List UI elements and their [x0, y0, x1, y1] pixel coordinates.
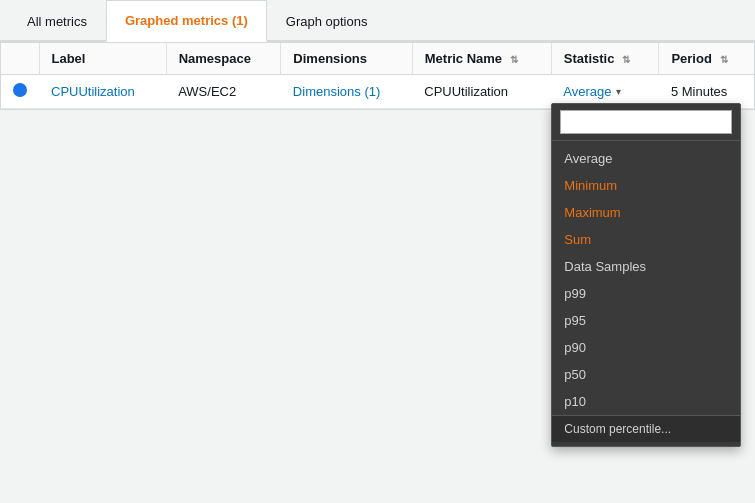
- dropdown-item[interactable]: p10: [552, 388, 740, 415]
- namespace-cell: AWS/EC2: [166, 75, 281, 109]
- dropdown-item[interactable]: p90: [552, 334, 740, 361]
- dropdown-item[interactable]: Data Samples: [552, 253, 740, 280]
- statistic-chevron-icon: ▾: [616, 86, 621, 97]
- dropdown-list: AverageMinimumMaximumSumData Samplesp99p…: [552, 141, 740, 446]
- dropdown-search-container: [552, 104, 740, 141]
- col-period[interactable]: Period ⇅: [659, 43, 754, 75]
- tabs-bar: All metrics Graphed metrics (1) Graph op…: [0, 0, 755, 42]
- dropdown-item[interactable]: Minimum: [552, 172, 740, 199]
- metric-name-cell: CPUUtilization: [412, 75, 551, 109]
- tab-graphed-metrics[interactable]: Graphed metrics (1): [106, 0, 267, 42]
- col-label: Label: [39, 43, 166, 75]
- dropdown-item[interactable]: Average: [552, 145, 740, 172]
- table-row: CPUUtilization AWS/EC2 Dimensions (1) CP…: [1, 75, 754, 109]
- dropdown-footer-item[interactable]: Custom percentile...: [552, 415, 740, 442]
- statistic-dropdown: AverageMinimumMaximumSumData Samplesp99p…: [551, 103, 741, 447]
- col-namespace: Namespace: [166, 43, 281, 75]
- metrics-table: Label Namespace Dimensions Metric Name ⇅…: [1, 43, 754, 109]
- col-dimensions: Dimensions: [281, 43, 412, 75]
- table-container: Label Namespace Dimensions Metric Name ⇅…: [0, 42, 755, 110]
- dropdown-search-input[interactable]: [560, 110, 732, 134]
- row-dot: [13, 83, 27, 97]
- dropdown-item[interactable]: p95: [552, 307, 740, 334]
- dot-cell: [1, 75, 39, 109]
- tab-all-metrics[interactable]: All metrics: [8, 0, 106, 42]
- statistic-trigger[interactable]: Average ▾: [563, 84, 620, 99]
- statistic-cell: Average ▾ AverageMinimumMaximumSumData S…: [551, 75, 659, 109]
- dimensions-link[interactable]: Dimensions (1): [293, 84, 380, 99]
- dropdown-item[interactable]: p99: [552, 280, 740, 307]
- label-cell: CPUUtilization: [39, 75, 166, 109]
- metric-name-sort-icon: ⇅: [510, 54, 518, 65]
- table-header-row: Label Namespace Dimensions Metric Name ⇅…: [1, 43, 754, 75]
- statistic-sort-icon: ⇅: [622, 54, 630, 65]
- dropdown-item[interactable]: p50: [552, 361, 740, 388]
- col-statistic[interactable]: Statistic ⇅: [551, 43, 659, 75]
- col-checkbox: [1, 43, 39, 75]
- col-metric-name[interactable]: Metric Name ⇅: [412, 43, 551, 75]
- dropdown-item[interactable]: Sum: [552, 226, 740, 253]
- statistic-value: Average: [563, 84, 611, 99]
- dropdown-item[interactable]: Maximum: [552, 199, 740, 226]
- period-sort-icon: ⇅: [720, 54, 728, 65]
- tab-graph-options[interactable]: Graph options: [267, 0, 387, 42]
- dimensions-cell: Dimensions (1): [281, 75, 412, 109]
- label-link[interactable]: CPUUtilization: [51, 84, 135, 99]
